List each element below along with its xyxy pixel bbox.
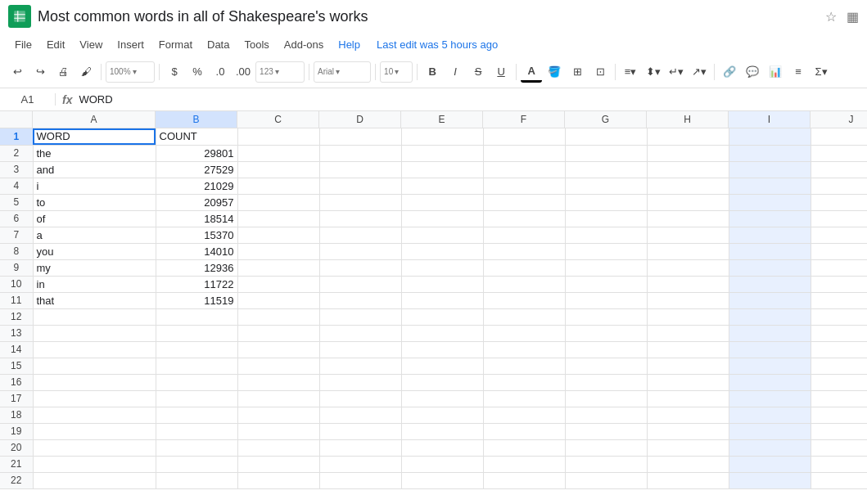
cell-f17[interactable]: [483, 390, 565, 407]
cell-e5[interactable]: [401, 194, 483, 210]
cell-j13[interactable]: [811, 325, 867, 341]
cell-i21[interactable]: [729, 456, 811, 472]
cell-c5[interactable]: [237, 194, 319, 210]
cell-i8[interactable]: [729, 243, 811, 259]
cell-h5[interactable]: [647, 194, 729, 210]
format-type-dropdown[interactable]: 123 ▾: [255, 61, 305, 83]
cell-b15[interactable]: [156, 358, 237, 374]
cell-a5[interactable]: to: [33, 194, 156, 210]
cell-d19[interactable]: [319, 423, 401, 439]
cell-f15[interactable]: [483, 358, 565, 374]
cell-g7[interactable]: [565, 227, 647, 243]
cell-e13[interactable]: [401, 325, 483, 341]
cell-c18[interactable]: [237, 407, 319, 423]
cell-i15[interactable]: [729, 358, 811, 374]
cell-c13[interactable]: [237, 325, 319, 341]
menu-view[interactable]: View: [73, 36, 109, 53]
cell-j15[interactable]: [811, 358, 867, 374]
cell-j20[interactable]: [811, 439, 867, 456]
cell-i22[interactable]: [729, 472, 811, 488]
cell-h12[interactable]: [647, 308, 729, 325]
cell-a16[interactable]: [33, 374, 156, 390]
cell-f9[interactable]: [483, 259, 565, 276]
cell-c6[interactable]: [237, 210, 319, 227]
cell-f12[interactable]: [483, 308, 565, 325]
cell-e19[interactable]: [401, 423, 483, 439]
cell-b4[interactable]: 21029: [156, 178, 237, 194]
row-number-10[interactable]: 10: [0, 276, 33, 292]
cell-j5[interactable]: [811, 194, 867, 210]
print-button[interactable]: 🖨: [52, 61, 74, 83]
cell-g13[interactable]: [565, 325, 647, 341]
row-number-11[interactable]: 11: [0, 292, 33, 308]
cell-h13[interactable]: [647, 325, 729, 341]
cell-c3[interactable]: [237, 161, 319, 178]
redo-button[interactable]: ↪: [29, 61, 51, 83]
cell-b9[interactable]: 12936: [156, 259, 237, 276]
cell-a9[interactable]: my: [33, 259, 156, 276]
row-number-6[interactable]: 6: [0, 210, 33, 227]
cell-b14[interactable]: [156, 341, 237, 358]
cell-f5[interactable]: [483, 194, 565, 210]
row-number-20[interactable]: 20: [0, 439, 33, 456]
cell-i5[interactable]: [729, 194, 811, 210]
cell-d16[interactable]: [319, 374, 401, 390]
cell-g12[interactable]: [565, 308, 647, 325]
cell-a15[interactable]: [33, 358, 156, 374]
align-button[interactable]: ≡▾: [620, 61, 641, 83]
star-icon[interactable]: ☆: [825, 9, 837, 25]
cell-i12[interactable]: [729, 308, 811, 325]
decimal2-button[interactable]: .00: [233, 61, 254, 83]
cell-e16[interactable]: [401, 374, 483, 390]
cell-a12[interactable]: [33, 308, 156, 325]
cell-h8[interactable]: [647, 243, 729, 259]
cell-h11[interactable]: [647, 292, 729, 308]
text-color-button[interactable]: A: [521, 61, 542, 83]
menu-addons[interactable]: Add-ons: [278, 36, 330, 53]
cell-d12[interactable]: [319, 308, 401, 325]
row-number-4[interactable]: 4: [0, 178, 33, 194]
cell-f2[interactable]: [483, 145, 565, 161]
menu-file[interactable]: File: [8, 36, 38, 53]
cell-a1[interactable]: WORD: [33, 128, 156, 145]
cell-a6[interactable]: of: [33, 210, 156, 227]
italic-button[interactable]: I: [445, 61, 466, 83]
row-number-22[interactable]: 22: [0, 472, 33, 488]
row-number-12[interactable]: 12: [0, 308, 33, 325]
row-number-19[interactable]: 19: [0, 423, 33, 439]
cell-g1[interactable]: [565, 128, 647, 145]
row-number-21[interactable]: 21: [0, 456, 33, 472]
cell-c8[interactable]: [237, 243, 319, 259]
cell-f6[interactable]: [483, 210, 565, 227]
cell-f11[interactable]: [483, 292, 565, 308]
cell-i20[interactable]: [729, 439, 811, 456]
cell-g5[interactable]: [565, 194, 647, 210]
menu-format[interactable]: Format: [152, 36, 199, 53]
grid-container[interactable]: 1WORDCOUNT2the298013and275294i210295to20…: [0, 128, 867, 489]
cell-d2[interactable]: [319, 145, 401, 161]
row-number-5[interactable]: 5: [0, 194, 33, 210]
cell-j7[interactable]: [811, 227, 867, 243]
cell-d17[interactable]: [319, 390, 401, 407]
cell-h20[interactable]: [647, 439, 729, 456]
cell-e14[interactable]: [401, 341, 483, 358]
font-size-dropdown[interactable]: 10 ▾: [380, 61, 413, 83]
cell-c16[interactable]: [237, 374, 319, 390]
cell-j12[interactable]: [811, 308, 867, 325]
cell-b1[interactable]: COUNT: [156, 128, 237, 145]
cell-b17[interactable]: [156, 390, 237, 407]
cell-g14[interactable]: [565, 341, 647, 358]
cell-g17[interactable]: [565, 390, 647, 407]
cell-h21[interactable]: [647, 456, 729, 472]
cell-f13[interactable]: [483, 325, 565, 341]
row-number-1[interactable]: 1: [0, 128, 33, 145]
cell-i1[interactable]: [729, 128, 811, 145]
cell-a7[interactable]: a: [33, 227, 156, 243]
valign-button[interactable]: ⬍▾: [643, 61, 664, 83]
cell-f1[interactable]: [483, 128, 565, 145]
cell-c11[interactable]: [237, 292, 319, 308]
row-number-7[interactable]: 7: [0, 227, 33, 243]
cell-c14[interactable]: [237, 341, 319, 358]
row-number-8[interactable]: 8: [0, 243, 33, 259]
cell-b19[interactable]: [156, 423, 237, 439]
